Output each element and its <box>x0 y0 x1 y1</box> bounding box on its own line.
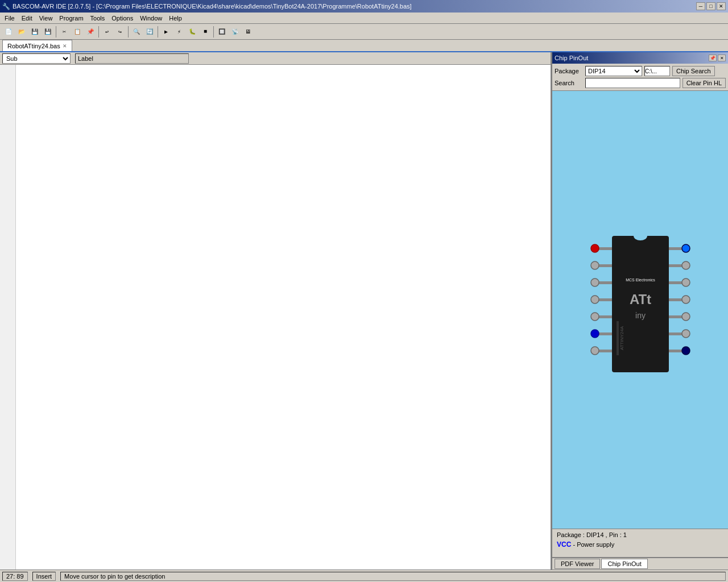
chip-panel-title: Chip PinOut 📌 ✕ <box>552 52 728 64</box>
clear-button[interactable]: Clear Pin HL <box>682 78 726 88</box>
search-input[interactable] <box>585 78 680 88</box>
tb-redo[interactable]: ↪ <box>114 26 126 38</box>
title-label: BASCOM-AVR IDE [2.0.7.5] - [C:\Program F… <box>13 3 412 10</box>
close-button[interactable]: ✕ <box>717 2 726 10</box>
sub-selector[interactable]: Sub <box>2 53 71 64</box>
tb-prog[interactable]: 📡 <box>229 26 241 38</box>
svg-point-20 <box>682 278 690 286</box>
package-select[interactable]: DIP14 DIP8 SOIC14 <box>585 66 642 76</box>
status-bar: 27: 89 Insert Move cursor to pin to get … <box>0 569 728 582</box>
chip-pinout-tab[interactable]: Chip PinOut <box>601 559 647 569</box>
tb-find[interactable]: 🔍 <box>130 26 143 38</box>
tb-sim[interactable]: 🖥 <box>242 26 254 38</box>
path-input[interactable] <box>644 66 670 76</box>
window-controls: ─ □ ✕ <box>696 2 726 10</box>
panel-pin-btn[interactable]: 📌 <box>709 55 717 61</box>
tb-cut[interactable]: ✂ <box>58 26 71 38</box>
title-text: 🔧 BASCOM-AVR IDE [2.0.7.5] - [C:\Program… <box>2 3 412 10</box>
code-editor: Sub Label <box>0 52 552 569</box>
svg-text:ATt: ATt <box>629 292 651 307</box>
tb-copy[interactable]: 📋 <box>71 26 84 38</box>
minimize-button[interactable]: ─ <box>696 2 705 10</box>
tb-compile[interactable]: ▶ <box>160 26 172 38</box>
tb-save[interactable]: 💾 <box>28 26 41 38</box>
sep4 <box>158 26 158 38</box>
svg-point-24 <box>682 313 690 321</box>
tb-open[interactable]: 📂 <box>15 26 28 38</box>
hint-text: Move cursor to pin to get description <box>60 572 726 581</box>
panel-close-btn[interactable]: ✕ <box>718 55 726 61</box>
vcc-label: VCC <box>557 541 571 548</box>
menu-window[interactable]: Window <box>136 14 166 23</box>
toolbar: 📄 📂 💾 💾 ✂ 📋 📌 ↩ ↪ 🔍 🔄 ▶ ⚡ 🐛 ■ 🔲 📡 🖥 <box>0 24 728 40</box>
search-label: Search <box>555 80 583 86</box>
svg-rect-34 <box>617 321 619 355</box>
svg-point-16 <box>682 244 690 252</box>
title-bar: 🔧 BASCOM-AVR IDE [2.0.7.5] - [C:\Program… <box>0 0 728 13</box>
pdf-viewer-tab[interactable]: PDF Viewer <box>555 559 600 569</box>
panel-controls: 📌 ✕ <box>709 55 726 61</box>
tb-save2[interactable]: 💾 <box>42 26 54 38</box>
package-pin-text: Package : DIP14 , Pin : 1 <box>557 531 723 538</box>
chip-visual: MCS Electronics ATt iny ATTINY24A <box>552 91 728 529</box>
tb-undo[interactable]: ↩ <box>101 26 113 38</box>
main-area: Sub Label Chip PinOut 📌 ✕ Package DIP14 <box>0 52 728 569</box>
chip-panel-controls: Package DIP14 DIP8 SOIC14 Chip Search Se… <box>552 64 728 91</box>
menu-edit[interactable]: Edit <box>18 14 36 23</box>
chip-search-button[interactable]: Chip Search <box>672 66 715 76</box>
menu-options[interactable]: Options <box>108 14 136 23</box>
tabs-bar: RobotATtiny24.bas ✕ <box>0 40 728 52</box>
chip-svg: MCS Electronics ATt iny ATTINY24A <box>572 230 709 389</box>
tb-paste[interactable]: 📌 <box>84 26 97 38</box>
svg-point-22 <box>682 296 690 304</box>
chip-panel-title-text: Chip PinOut <box>555 55 588 61</box>
menu-tools[interactable]: Tools <box>87 14 109 23</box>
svg-point-28 <box>682 347 690 355</box>
tb-stop[interactable]: ■ <box>199 26 212 38</box>
sep1 <box>56 26 56 38</box>
svg-point-4 <box>591 261 599 269</box>
sep5 <box>213 26 214 38</box>
svg-point-26 <box>682 330 690 338</box>
vcc-desc: - Power supply <box>573 541 614 548</box>
menu-file[interactable]: File <box>1 14 18 23</box>
cursor-position: 27: 89 <box>2 572 28 581</box>
code-text[interactable] <box>16 65 551 569</box>
tab-close-icon[interactable]: ✕ <box>63 43 67 49</box>
maximize-button[interactable]: □ <box>706 2 715 10</box>
tab-robotattiny[interactable]: RobotATtiny24.bas ✕ <box>2 40 72 51</box>
tb-replace[interactable]: 🔄 <box>143 26 156 38</box>
code-header: Sub Label <box>0 52 551 65</box>
menu-help[interactable]: Help <box>166 14 185 23</box>
tab-label: RobotATtiny24.bas <box>7 43 60 49</box>
pin-info: Package : DIP14 , Pin : 1 VCC - Power su… <box>552 529 728 557</box>
menu-view[interactable]: View <box>36 14 56 23</box>
svg-point-2 <box>591 244 599 252</box>
panel-bottom-tabs: PDF Viewer Chip PinOut <box>552 557 728 569</box>
label-field: Label <box>75 53 189 64</box>
package-row: Package DIP14 DIP8 SOIC14 Chip Search <box>555 66 726 76</box>
svg-point-6 <box>591 278 599 286</box>
svg-text:MCS Electronics: MCS Electronics <box>626 278 655 282</box>
tb-debug[interactable]: 🐛 <box>186 26 198 38</box>
tb-run[interactable]: ⚡ <box>173 26 185 38</box>
tb-chip[interactable]: 🔲 <box>216 26 228 38</box>
svg-text:iny: iny <box>635 311 646 320</box>
package-label: Package <box>555 68 583 74</box>
svg-point-12 <box>591 330 599 338</box>
sep2 <box>98 26 99 38</box>
menu-bar: File Edit View Program Tools Options Win… <box>0 13 728 24</box>
code-content[interactable] <box>0 65 551 569</box>
chip-pinout-panel: Chip PinOut 📌 ✕ Package DIP14 DIP8 SOIC1… <box>552 52 728 569</box>
search-row: Search Clear Pin HL <box>555 78 726 88</box>
menu-program[interactable]: Program <box>56 14 86 23</box>
label-text: Label <box>78 55 93 62</box>
svg-point-30 <box>634 231 647 240</box>
tb-new[interactable]: 📄 <box>2 26 15 38</box>
svg-point-18 <box>682 261 690 269</box>
svg-point-10 <box>591 313 599 321</box>
line-numbers <box>0 65 16 569</box>
sep3 <box>128 26 129 38</box>
svg-text:ATTINY24A: ATTINY24A <box>619 326 624 350</box>
app-icon: 🔧 <box>2 3 10 10</box>
